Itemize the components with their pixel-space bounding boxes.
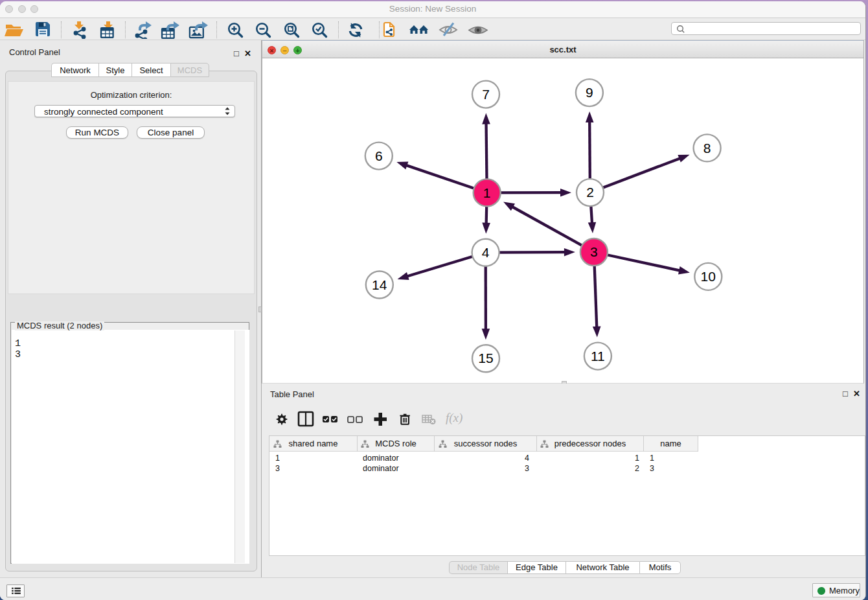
svg-text:15: 15 bbox=[478, 351, 493, 365]
svg-text:11: 11 bbox=[591, 349, 605, 363]
svg-text:10: 10 bbox=[701, 269, 716, 284]
svg-text:9: 9 bbox=[586, 85, 593, 100]
svg-text:14: 14 bbox=[372, 277, 387, 292]
svg-text:2: 2 bbox=[586, 185, 594, 200]
svg-text:6: 6 bbox=[375, 148, 383, 163]
svg-text:8: 8 bbox=[703, 141, 711, 156]
svg-text:7: 7 bbox=[482, 87, 490, 102]
svg-text:4: 4 bbox=[482, 245, 490, 260]
svg-text:1: 1 bbox=[483, 185, 491, 200]
svg-text:3: 3 bbox=[590, 244, 598, 259]
